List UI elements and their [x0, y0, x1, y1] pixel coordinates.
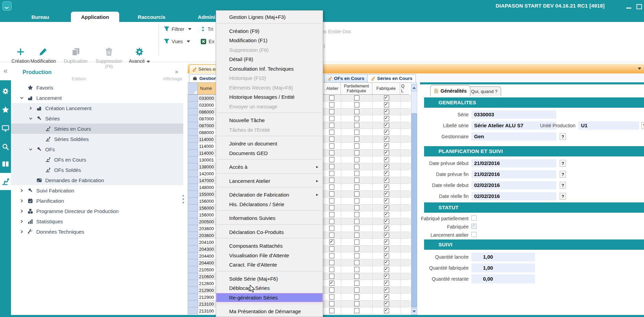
atelier-checkbox[interactable]	[329, 157, 334, 162]
fabriquee-cell[interactable]	[372, 211, 400, 218]
fabriquee-cell[interactable]	[372, 143, 400, 150]
tree-item-series-soldees[interactable]: Séries Soldées	[11, 134, 183, 144]
col-header-cut[interactable]: QL	[400, 83, 409, 95]
atelier-cell[interactable]	[322, 170, 341, 177]
tab-bureau[interactable]: Bureau	[21, 12, 60, 22]
chevron-right-icon[interactable]	[20, 230, 27, 234]
tree-item-ofs-soldes[interactable]: OFs Soldés	[11, 165, 183, 175]
menu-item[interactable]	[216, 210, 323, 213]
row-header[interactable]	[188, 108, 198, 115]
row-header[interactable]	[188, 253, 198, 259]
splitter-handle[interactable]	[183, 202, 184, 203]
row-header[interactable]	[188, 198, 198, 204]
partiellement-checkbox[interactable]	[354, 178, 359, 183]
menu-item[interactable]: Informations Suivies	[216, 213, 323, 223]
row-header[interactable]	[188, 218, 198, 225]
fabriquee-cell[interactable]	[372, 108, 400, 115]
fabriquee-checkbox[interactable]	[384, 308, 389, 313]
atelier-checkbox[interactable]	[329, 150, 334, 155]
row-header[interactable]	[188, 136, 198, 143]
atelier-checkbox[interactable]	[329, 123, 334, 128]
row-header[interactable]	[188, 191, 198, 198]
fabriquee-cell[interactable]	[372, 259, 400, 266]
row-header[interactable]	[188, 211, 198, 218]
partiellement-checkbox[interactable]	[354, 171, 359, 176]
atelier-cell[interactable]	[322, 211, 341, 218]
menu-item[interactable]: Tâches de l'Entité	[216, 125, 323, 135]
fabriquee-checkbox[interactable]	[384, 130, 389, 135]
menu-item[interactable]: Nouvelle Tâche	[216, 116, 323, 125]
row-header[interactable]	[188, 122, 198, 129]
row-header[interactable]	[188, 273, 198, 280]
row-header[interactable]	[188, 259, 198, 266]
fabriquee-checkbox[interactable]	[384, 191, 389, 197]
atelier-checkbox[interactable]	[329, 164, 334, 169]
chevron-right-icon[interactable]	[20, 199, 27, 203]
menu-item[interactable]: Lancement Atelier	[216, 176, 323, 186]
partiellement-checkbox[interactable]	[354, 212, 359, 217]
partiellement-checkbox[interactable]	[354, 164, 359, 169]
fabriquee-checkbox[interactable]	[384, 260, 389, 265]
help-button[interactable]: ?	[560, 182, 566, 189]
fabriquee-checkbox[interactable]	[384, 123, 389, 128]
help-button[interactable]: ?	[560, 133, 566, 140]
fabriquee-cell[interactable]	[372, 95, 400, 102]
rail-settings-button[interactable]	[0, 84, 11, 99]
partiellement-checkbox[interactable]	[354, 130, 359, 135]
fabriquee-checkbox[interactable]	[384, 239, 389, 245]
atelier-checkbox[interactable]	[329, 226, 334, 231]
fabriquee-cell[interactable]	[372, 218, 400, 225]
avance-button[interactable]: Avancé	[126, 45, 153, 64]
select-all-corner[interactable]	[188, 83, 198, 95]
row-header[interactable]	[188, 301, 198, 307]
row-header[interactable]	[188, 184, 198, 191]
menu-item[interactable]	[216, 271, 323, 274]
fabriquee-cell[interactable]	[372, 301, 400, 307]
menu-item[interactable]: Re-génération Séries	[216, 293, 323, 303]
partiellement-cell[interactable]	[341, 184, 372, 191]
atelier-checkbox[interactable]	[329, 109, 334, 114]
duplication-button[interactable]: Duplication	[60, 45, 91, 64]
partiellement-checkbox[interactable]	[354, 294, 359, 300]
menu-item[interactable]: Historique (F10)	[216, 73, 323, 83]
chevron-right-icon[interactable]	[20, 209, 27, 213]
row-header[interactable]	[188, 163, 198, 170]
atelier-checkbox[interactable]	[329, 301, 334, 306]
partiellement-cell[interactable]	[341, 301, 372, 307]
partiellement-cell[interactable]	[341, 218, 372, 225]
help-button[interactable]: ?	[560, 160, 566, 167]
atelier-cell[interactable]	[322, 136, 341, 143]
atelier-checkbox[interactable]	[329, 95, 334, 101]
atelier-cell[interactable]	[322, 122, 341, 129]
tab-raccourcis[interactable]: Raccourcis	[132, 12, 171, 22]
fabriquee-checkbox[interactable]	[384, 171, 389, 176]
atelier-cell[interactable]	[322, 102, 341, 108]
atelier-checkbox[interactable]	[329, 137, 334, 142]
partiellement-cell[interactable]	[341, 177, 372, 184]
menu-item[interactable]: Modification (F1)	[216, 36, 323, 45]
fabriquee-cell[interactable]	[372, 246, 400, 253]
partiellement-checkbox[interactable]	[354, 143, 359, 149]
partiellement-checkbox[interactable]	[354, 102, 359, 107]
fabriquee-checkbox[interactable]	[384, 178, 389, 183]
menu-item[interactable]	[216, 224, 323, 227]
fabriquee-cell[interactable]	[372, 177, 400, 184]
lancement-atelier-checkbox[interactable]	[471, 232, 476, 237]
menu-item[interactable]	[216, 23, 323, 26]
partiellement-checkbox[interactable]	[354, 233, 359, 238]
atelier-cell[interactable]	[322, 301, 341, 307]
atelier-cell[interactable]	[322, 294, 341, 301]
fabriquee-cell[interactable]	[372, 266, 400, 273]
row-header[interactable]	[188, 115, 198, 122]
fabriquee-checkbox[interactable]	[384, 150, 389, 155]
partiellement-checkbox[interactable]	[354, 239, 359, 245]
menu-item[interactable]	[216, 238, 323, 241]
row-header[interactable]	[188, 287, 198, 294]
partiellement-checkbox[interactable]	[354, 109, 359, 114]
atelier-checkbox[interactable]	[329, 294, 334, 300]
date-reelle-debut-field[interactable]: 02/02/2016	[471, 181, 556, 189]
col-header-partiellement[interactable]: PartiellementFabriquée	[341, 83, 372, 95]
menu-item[interactable]: Accès à	[216, 162, 323, 172]
fabriquee-cell[interactable]	[372, 136, 400, 143]
tree-item-creation-lancement[interactable]: Création Lancement	[11, 103, 183, 113]
